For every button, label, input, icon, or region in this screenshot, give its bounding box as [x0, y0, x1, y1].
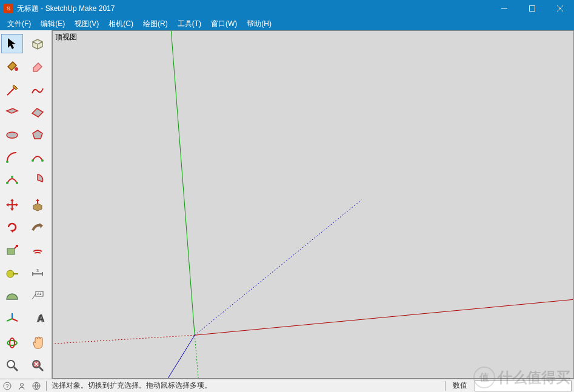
measurement-label: 数值 [450, 380, 470, 391]
rotate-tool[interactable] [1, 218, 23, 237]
svg-point-18 [7, 360, 15, 368]
status-hint: 选择对象。切换到扩充选择。拖动鼠标选择多项。 [52, 380, 212, 391]
svg-point-8 [16, 182, 18, 184]
pie-tool[interactable] [27, 170, 48, 190]
two-point-arc-tool[interactable] [27, 148, 48, 167]
circle-tool[interactable] [1, 125, 23, 145]
z-axis-positive [168, 335, 195, 378]
svg-text:A1: A1 [37, 292, 42, 296]
workspace: 3 A1 AA 顶视图 [0, 30, 574, 379]
menu-draw[interactable]: 绘图(R) [138, 18, 173, 30]
statusbar: ? 选择对象。切换到扩充选择。拖动鼠标选择多项。 数值 [0, 379, 574, 392]
toolbar-left: 3 A1 AA [0, 30, 52, 379]
followme-tool[interactable] [27, 218, 48, 237]
svg-point-1 [15, 67, 18, 71]
select-tool[interactable] [1, 34, 23, 53]
geo-icon[interactable] [32, 381, 41, 391]
dimension-tool[interactable]: 3 [27, 264, 48, 284]
axes-tool[interactable] [1, 309, 23, 328]
x-axis-negative [53, 335, 195, 344]
maximize-button[interactable] [518, 0, 546, 17]
make-component-tool[interactable] [27, 34, 48, 53]
view-label: 顶视图 [55, 32, 77, 42]
zoom-tool[interactable] [1, 356, 23, 375]
minimize-button[interactable] [490, 0, 518, 17]
measurement-input[interactable] [475, 380, 572, 391]
y-axis-negative [195, 335, 198, 378]
help-icon[interactable]: ? [2, 381, 12, 391]
text-tool[interactable]: A1 [27, 287, 48, 306]
svg-point-22 [21, 383, 24, 386]
svg-text:3: 3 [36, 268, 39, 273]
svg-point-5 [41, 159, 44, 162]
close-button[interactable] [546, 0, 574, 17]
menu-camera[interactable]: 相机(C) [104, 18, 138, 30]
pan-tool[interactable] [27, 333, 48, 353]
menu-help[interactable]: 帮助(H) [242, 18, 276, 30]
svg-point-2 [7, 132, 18, 138]
orbit-tool[interactable] [1, 333, 23, 353]
tape-measure-tool[interactable] [1, 264, 23, 284]
eraser-tool[interactable] [27, 56, 48, 76]
line-tool[interactable] [1, 81, 23, 100]
freehand-tool[interactable] [27, 81, 48, 100]
menubar: 文件(F) 编辑(E) 视图(V) 相机(C) 绘图(R) 工具(T) 窗口(W… [0, 17, 574, 30]
menu-file[interactable]: 文件(F) [2, 18, 36, 30]
titlebar: S 无标题 - SketchUp Make 2017 [0, 0, 574, 17]
menu-edit[interactable]: 编辑(E) [36, 18, 70, 30]
z-axis-negative [195, 200, 361, 335]
svg-point-3 [6, 161, 8, 163]
move-tool[interactable] [1, 195, 23, 214]
svg-point-4 [32, 159, 34, 162]
svg-rect-0 [530, 6, 535, 12]
rectangle-tool[interactable] [1, 103, 23, 122]
window-title: 无标题 - SketchUp Make 2017 [17, 4, 490, 14]
svg-text:?: ? [5, 383, 8, 389]
svg-point-10 [7, 270, 14, 277]
svg-rect-9 [7, 248, 15, 254]
paint-bucket-tool[interactable] [1, 56, 23, 76]
offset-tool[interactable] [27, 240, 48, 259]
svg-point-16 [7, 341, 17, 345]
three-point-arc-tool[interactable] [1, 170, 23, 190]
svg-point-17 [10, 338, 15, 348]
axes-display [53, 31, 573, 378]
rotated-rectangle-tool[interactable] [27, 103, 48, 122]
svg-text:A: A [38, 313, 45, 324]
y-axis-positive [171, 31, 195, 335]
svg-point-6 [6, 182, 8, 184]
svg-point-7 [11, 176, 13, 178]
zoom-extents-tool[interactable] [27, 356, 48, 375]
protractor-tool[interactable] [1, 287, 23, 306]
x-axis-positive [195, 299, 573, 335]
menu-tools[interactable]: 工具(T) [173, 18, 206, 30]
pushpull-tool[interactable] [27, 195, 48, 214]
app-icon: S [4, 4, 13, 13]
menu-window[interactable]: 窗口(W) [206, 18, 242, 30]
viewport[interactable]: 顶视图 [52, 30, 574, 379]
polygon-tool[interactable] [27, 125, 48, 145]
3d-text-tool[interactable]: AA [27, 309, 48, 328]
user-icon[interactable] [17, 381, 27, 391]
arc-tool[interactable] [1, 148, 23, 167]
status-separator [445, 381, 446, 391]
status-separator [46, 381, 47, 391]
menu-view[interactable]: 视图(V) [70, 18, 104, 30]
scale-tool[interactable] [1, 240, 23, 259]
